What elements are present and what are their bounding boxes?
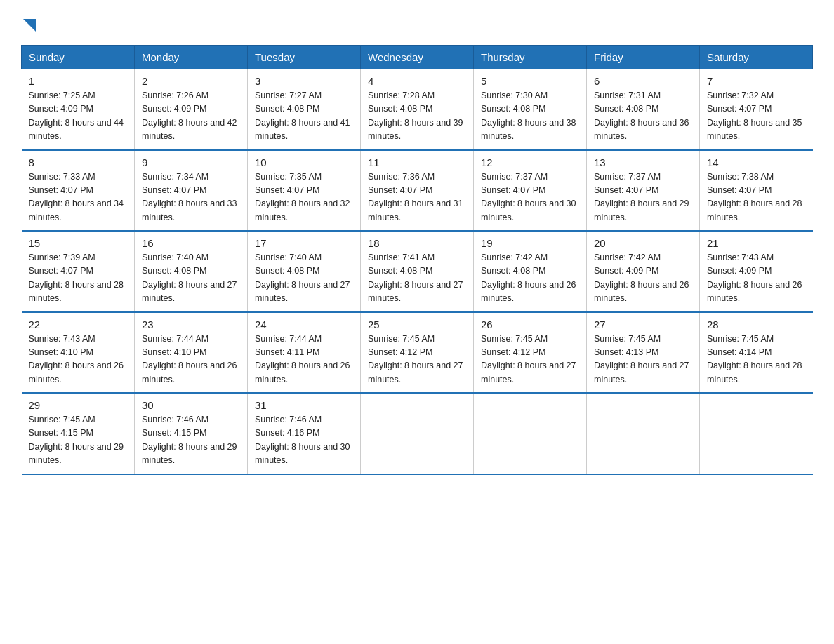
week-row-2: 8Sunrise: 7:33 AMSunset: 4:07 PMDaylight… — [22, 150, 813, 232]
day-cell-9: 9Sunrise: 7:34 AMSunset: 4:07 PMDaylight… — [135, 150, 248, 232]
day-number: 4 — [368, 75, 466, 87]
day-number: 15 — [29, 237, 128, 249]
svg-marker-0 — [23, 19, 36, 32]
day-info: Sunrise: 7:42 AMSunset: 4:08 PMDaylight:… — [481, 251, 579, 306]
day-info: Sunrise: 7:41 AMSunset: 4:08 PMDaylight:… — [368, 251, 466, 306]
day-cell-27: 27Sunrise: 7:45 AMSunset: 4:13 PMDayligh… — [587, 312, 700, 394]
col-header-tuesday: Tuesday — [248, 46, 361, 69]
day-info: Sunrise: 7:37 AMSunset: 4:07 PMDaylight:… — [481, 170, 579, 225]
col-header-wednesday: Wednesday — [361, 46, 474, 69]
day-cell-12: 12Sunrise: 7:37 AMSunset: 4:07 PMDayligh… — [474, 150, 587, 232]
day-number: 14 — [707, 156, 806, 168]
day-number: 5 — [481, 75, 579, 87]
day-info: Sunrise: 7:32 AMSunset: 4:07 PMDaylight:… — [707, 89, 806, 144]
day-number: 3 — [255, 75, 353, 87]
day-number: 28 — [707, 318, 806, 330]
day-info: Sunrise: 7:25 AMSunset: 4:09 PMDaylight:… — [29, 89, 128, 144]
day-number: 23 — [142, 318, 240, 330]
day-info: Sunrise: 7:44 AMSunset: 4:10 PMDaylight:… — [142, 333, 240, 387]
day-number: 21 — [707, 237, 806, 249]
day-info: Sunrise: 7:45 AMSunset: 4:12 PMDaylight:… — [368, 333, 466, 387]
day-cell-7: 7Sunrise: 7:32 AMSunset: 4:07 PMDaylight… — [700, 69, 813, 150]
day-info: Sunrise: 7:45 AMSunset: 4:15 PMDaylight:… — [29, 413, 128, 468]
day-info: Sunrise: 7:43 AMSunset: 4:09 PMDaylight:… — [707, 251, 806, 306]
day-info: Sunrise: 7:34 AMSunset: 4:07 PMDaylight:… — [142, 170, 240, 225]
day-info: Sunrise: 7:45 AMSunset: 4:13 PMDaylight:… — [594, 333, 692, 387]
day-info: Sunrise: 7:40 AMSunset: 4:08 PMDaylight:… — [255, 251, 353, 306]
day-number: 2 — [142, 75, 240, 87]
col-header-saturday: Saturday — [700, 46, 813, 69]
day-cell-1: 1Sunrise: 7:25 AMSunset: 4:09 PMDaylight… — [22, 69, 135, 150]
day-number: 9 — [142, 156, 240, 168]
day-cell-2: 2Sunrise: 7:26 AMSunset: 4:09 PMDaylight… — [135, 69, 248, 150]
day-info: Sunrise: 7:27 AMSunset: 4:08 PMDaylight:… — [255, 89, 353, 144]
day-cell-6: 6Sunrise: 7:31 AMSunset: 4:08 PMDaylight… — [587, 69, 700, 150]
day-cell-23: 23Sunrise: 7:44 AMSunset: 4:10 PMDayligh… — [135, 312, 248, 394]
day-info: Sunrise: 7:45 AMSunset: 4:12 PMDaylight:… — [481, 333, 579, 387]
day-number: 29 — [29, 399, 128, 411]
day-number: 11 — [368, 156, 466, 168]
week-row-1: 1Sunrise: 7:25 AMSunset: 4:09 PMDaylight… — [22, 69, 813, 150]
empty-cell — [700, 393, 813, 474]
calendar-table: SundayMondayTuesdayWednesdayThursdayFrid… — [21, 45, 813, 475]
day-number: 16 — [142, 237, 240, 249]
day-number: 13 — [594, 156, 692, 168]
week-row-3: 15Sunrise: 7:39 AMSunset: 4:07 PMDayligh… — [22, 231, 813, 312]
day-info: Sunrise: 7:38 AMSunset: 4:07 PMDaylight:… — [707, 170, 806, 225]
day-number: 8 — [29, 156, 128, 168]
day-number: 19 — [481, 237, 579, 249]
empty-cell — [587, 393, 700, 474]
empty-cell — [361, 393, 474, 474]
day-cell-30: 30Sunrise: 7:46 AMSunset: 4:15 PMDayligh… — [135, 393, 248, 474]
day-cell-5: 5Sunrise: 7:30 AMSunset: 4:08 PMDaylight… — [474, 69, 587, 150]
day-number: 27 — [594, 318, 692, 330]
day-cell-22: 22Sunrise: 7:43 AMSunset: 4:10 PMDayligh… — [22, 312, 135, 394]
day-number: 25 — [368, 318, 466, 330]
day-info: Sunrise: 7:39 AMSunset: 4:07 PMDaylight:… — [29, 251, 128, 306]
day-number: 30 — [142, 399, 240, 411]
logo — [21, 14, 36, 36]
day-info: Sunrise: 7:40 AMSunset: 4:08 PMDaylight:… — [142, 251, 240, 306]
day-number: 12 — [481, 156, 579, 168]
day-info: Sunrise: 7:28 AMSunset: 4:08 PMDaylight:… — [368, 89, 466, 144]
day-info: Sunrise: 7:45 AMSunset: 4:14 PMDaylight:… — [707, 333, 806, 387]
day-info: Sunrise: 7:37 AMSunset: 4:07 PMDaylight:… — [594, 170, 692, 225]
week-row-4: 22Sunrise: 7:43 AMSunset: 4:10 PMDayligh… — [22, 312, 813, 394]
day-info: Sunrise: 7:43 AMSunset: 4:10 PMDaylight:… — [29, 333, 128, 387]
day-cell-4: 4Sunrise: 7:28 AMSunset: 4:08 PMDaylight… — [361, 69, 474, 150]
day-number: 26 — [481, 318, 579, 330]
day-cell-3: 3Sunrise: 7:27 AMSunset: 4:08 PMDaylight… — [248, 69, 361, 150]
day-number: 20 — [594, 237, 692, 249]
day-cell-17: 17Sunrise: 7:40 AMSunset: 4:08 PMDayligh… — [248, 231, 361, 312]
day-number: 17 — [255, 237, 353, 249]
day-info: Sunrise: 7:33 AMSunset: 4:07 PMDaylight:… — [29, 170, 128, 225]
day-cell-20: 20Sunrise: 7:42 AMSunset: 4:09 PMDayligh… — [587, 231, 700, 312]
day-number: 7 — [707, 75, 806, 87]
day-number: 10 — [255, 156, 353, 168]
day-cell-31: 31Sunrise: 7:46 AMSunset: 4:16 PMDayligh… — [248, 393, 361, 474]
day-cell-11: 11Sunrise: 7:36 AMSunset: 4:07 PMDayligh… — [361, 150, 474, 232]
day-cell-26: 26Sunrise: 7:45 AMSunset: 4:12 PMDayligh… — [474, 312, 587, 394]
day-info: Sunrise: 7:35 AMSunset: 4:07 PMDaylight:… — [255, 170, 353, 225]
day-cell-8: 8Sunrise: 7:33 AMSunset: 4:07 PMDaylight… — [22, 150, 135, 232]
day-info: Sunrise: 7:46 AMSunset: 4:16 PMDaylight:… — [255, 413, 353, 468]
page-header — [21, 14, 813, 36]
day-number: 24 — [255, 318, 353, 330]
day-info: Sunrise: 7:36 AMSunset: 4:07 PMDaylight:… — [368, 170, 466, 225]
day-number: 22 — [29, 318, 128, 330]
day-info: Sunrise: 7:26 AMSunset: 4:09 PMDaylight:… — [142, 89, 240, 144]
empty-cell — [474, 393, 587, 474]
day-cell-24: 24Sunrise: 7:44 AMSunset: 4:11 PMDayligh… — [248, 312, 361, 394]
day-cell-28: 28Sunrise: 7:45 AMSunset: 4:14 PMDayligh… — [700, 312, 813, 394]
day-info: Sunrise: 7:46 AMSunset: 4:15 PMDaylight:… — [142, 413, 240, 468]
day-number: 6 — [594, 75, 692, 87]
week-row-5: 29Sunrise: 7:45 AMSunset: 4:15 PMDayligh… — [22, 393, 813, 474]
day-number: 31 — [255, 399, 353, 411]
day-cell-13: 13Sunrise: 7:37 AMSunset: 4:07 PMDayligh… — [587, 150, 700, 232]
day-cell-18: 18Sunrise: 7:41 AMSunset: 4:08 PMDayligh… — [361, 231, 474, 312]
calendar-header: SundayMondayTuesdayWednesdayThursdayFrid… — [22, 46, 813, 69]
day-cell-14: 14Sunrise: 7:38 AMSunset: 4:07 PMDayligh… — [700, 150, 813, 232]
day-number: 1 — [29, 75, 128, 87]
day-cell-19: 19Sunrise: 7:42 AMSunset: 4:08 PMDayligh… — [474, 231, 587, 312]
day-cell-25: 25Sunrise: 7:45 AMSunset: 4:12 PMDayligh… — [361, 312, 474, 394]
